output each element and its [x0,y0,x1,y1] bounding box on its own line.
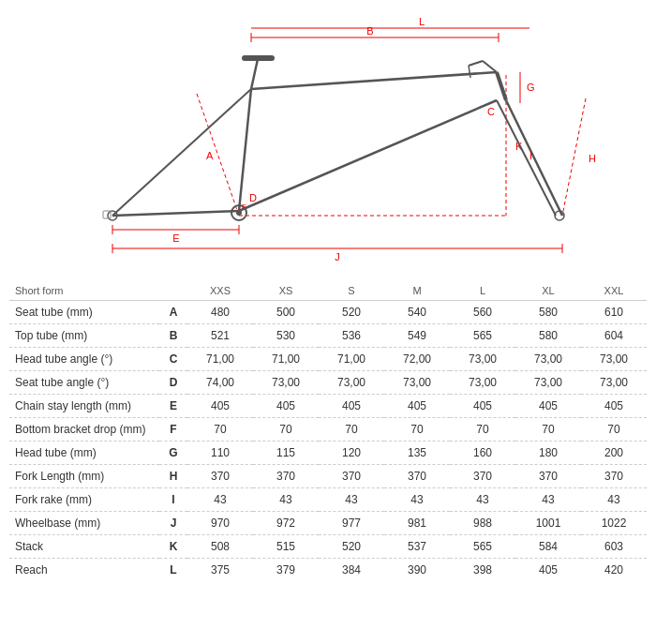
row-value: 610 [581,301,647,324]
row-value: 370 [581,465,647,488]
svg-text:I: I [529,150,532,161]
row-value: 972 [253,512,319,535]
header-s: S [319,281,384,301]
table-row: Fork Length (mm)H370370370370370370370 [9,465,647,488]
row-value: 71,00 [319,348,384,371]
row-value: 71,00 [253,348,319,371]
table-row: Seat tube (mm)A480500520540560580610 [9,301,647,324]
table-row: Top tube (mm)B521530536549565580604 [9,324,647,348]
diagram-area: B L K E J A H [9,9,647,272]
svg-text:A: A [206,150,214,161]
row-value: 580 [515,301,581,324]
row-letter: I [159,488,187,512]
table-row: Wheelbase (mm)J97097297798198810011022 [9,512,647,535]
row-value: 135 [384,442,450,465]
row-value: 500 [253,301,319,324]
row-value: 43 [187,488,253,512]
row-value: 71,00 [187,348,253,371]
header-xxs: XXS [187,281,253,301]
row-value: 43 [253,488,319,512]
row-letter: J [159,512,187,535]
row-value: 508 [187,535,253,559]
row-value: 398 [450,559,515,582]
row-value: 977 [319,512,384,535]
row-value: 73,00 [581,371,647,395]
row-name: Seat tube angle (°) [9,371,159,395]
row-value: 565 [450,535,515,559]
row-value: 370 [515,465,581,488]
row-value: 73,00 [515,371,581,395]
table-row: Head tube (mm)G110115120135160180200 [9,442,647,465]
row-value: 370 [187,465,253,488]
table-row: Seat tube angle (°)D74,0073,0073,0073,00… [9,371,647,395]
row-letter: K [159,535,187,559]
row-value: 74,00 [187,371,253,395]
row-value: 70 [319,418,384,442]
row-value: 73,00 [450,371,515,395]
row-value: 970 [187,512,253,535]
header-l: L [450,281,515,301]
row-value: 370 [450,465,515,488]
row-value: 43 [450,488,515,512]
row-value: 43 [384,488,450,512]
row-value: 73,00 [384,371,450,395]
header-xl: XL [515,281,581,301]
row-name: Head tube angle (°) [9,348,159,371]
row-value: 73,00 [319,371,384,395]
row-value: 521 [187,324,253,348]
row-letter: B [159,324,187,348]
row-value: 115 [253,442,319,465]
header-short-form: Short form [9,281,159,301]
row-value: 536 [319,324,384,348]
row-value: 1022 [581,512,647,535]
row-value: 73,00 [581,348,647,371]
table-row: Bottom bracket drop (mm)F70707070707070 [9,418,647,442]
svg-text:H: H [589,153,596,164]
table-row: ReachL375379384390398405420 [9,559,647,582]
row-value: 520 [319,535,384,559]
row-value: 370 [384,465,450,488]
row-name: Fork rake (mm) [9,488,159,512]
row-value: 981 [384,512,450,535]
row-value: 384 [319,559,384,582]
svg-rect-33 [242,55,275,61]
row-name: Stack [9,535,159,559]
row-value: 420 [581,559,647,582]
svg-text:F: F [242,202,246,211]
row-value: 540 [384,301,450,324]
svg-text:E: E [172,232,179,244]
row-value: 405 [515,395,581,418]
row-letter: A [159,301,187,324]
header-letter [159,281,187,301]
row-value: 73,00 [450,348,515,371]
row-value: 70 [253,418,319,442]
row-value: 375 [187,559,253,582]
row-value: 110 [187,442,253,465]
row-value: 70 [515,418,581,442]
row-value: 520 [319,301,384,324]
row-value: 370 [319,465,384,488]
row-value: 515 [253,535,319,559]
row-name: Chain stay length (mm) [9,395,159,418]
row-value: 73,00 [253,371,319,395]
row-value: 43 [515,488,581,512]
row-name: Bottom bracket drop (mm) [9,418,159,442]
row-value: 1001 [515,512,581,535]
row-value: 120 [319,442,384,465]
row-value: 70 [450,418,515,442]
row-letter: D [159,371,187,395]
svg-text:B: B [366,25,373,37]
row-value: 43 [319,488,384,512]
svg-text:G: G [527,82,535,93]
table-row: StackK508515520537565584603 [9,535,647,559]
row-value: 405 [384,395,450,418]
row-value: 405 [450,395,515,418]
row-value: 405 [581,395,647,418]
row-value: 70 [384,418,450,442]
row-letter: G [159,442,187,465]
row-name: Wheelbase (mm) [9,512,159,535]
table-row: Head tube angle (°)C71,0071,0071,0072,00… [9,348,647,371]
row-value: 530 [253,324,319,348]
row-name: Top tube (mm) [9,324,159,348]
row-name: Reach [9,559,159,582]
